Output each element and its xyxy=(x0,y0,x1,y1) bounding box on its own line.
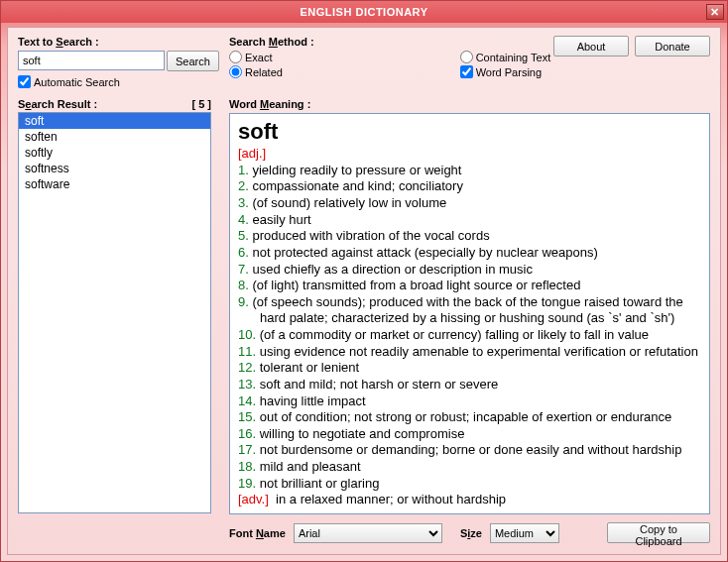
definition: 2. compassionate and kind; conciliatory xyxy=(238,178,701,195)
radio-exact[interactable]: Exact xyxy=(229,51,442,63)
definition: 9. (of speech sounds); produced with the… xyxy=(238,294,701,327)
list-item[interactable]: soften xyxy=(19,129,210,145)
definition: 6. not protected against attack (especia… xyxy=(238,245,701,262)
font-name-select[interactable]: Arial xyxy=(294,523,442,543)
headword: soft xyxy=(238,118,701,146)
definition: 3. (of sound) relatively low in volume xyxy=(238,195,701,212)
definition: 17. not burdensome or demanding; borne o… xyxy=(238,442,701,459)
search-input[interactable] xyxy=(18,51,165,70)
results-count: [ 5 ] xyxy=(191,98,211,110)
definition: 8. (of light) transmitted from a broad l… xyxy=(238,278,701,294)
definition: 14. having little impact xyxy=(238,393,701,410)
meaning-box[interactable]: soft[adj.]1. yielding readily to pressur… xyxy=(229,113,710,514)
definition: 15. out of condition; not strong or robu… xyxy=(238,409,701,426)
part-of-speech: [adj.] xyxy=(238,146,701,163)
definition: 13. soft and mild; not harsh or stern or… xyxy=(238,377,701,393)
meaning-panel: Word Meaning : soft[adj.]1. yielding rea… xyxy=(229,98,710,546)
about-button[interactable]: About xyxy=(553,36,629,56)
copy-clipboard-button[interactable]: Copy to Clipboard xyxy=(607,522,710,543)
auto-search-checkbox[interactable] xyxy=(18,75,31,88)
close-button[interactable]: ✕ xyxy=(706,4,724,20)
size-select[interactable]: Medium xyxy=(490,523,559,543)
list-item[interactable]: software xyxy=(19,176,210,192)
donate-button[interactable]: Donate xyxy=(635,36,710,56)
definition: 5. produced with vibration of the vocal … xyxy=(238,228,701,245)
radio-related[interactable]: Related xyxy=(229,65,442,78)
definition: 7. used chiefly as a direction or descri… xyxy=(238,262,701,279)
titlebar[interactable]: ENGLISH DICTIONARY ✕ xyxy=(1,1,727,23)
check-parsing-input[interactable] xyxy=(460,65,473,78)
footer-row: Font Name Arial Size Medium Copy to Clip… xyxy=(229,522,710,543)
auto-search-label: Automatic Search xyxy=(34,76,120,88)
size-label: Size xyxy=(460,527,482,539)
close-icon: ✕ xyxy=(710,6,720,18)
result-list[interactable]: softsoftensoftlysoftnesssoftware xyxy=(18,112,211,513)
radio-related-input[interactable] xyxy=(229,65,242,78)
font-name-label: Font Name xyxy=(229,527,286,539)
definition: 11. using evidence not readily amenable … xyxy=(238,344,701,361)
definition: [adv.] in a relaxed manner; or without h… xyxy=(238,492,701,508)
content-area: Text to Search : Search Automatic Search… xyxy=(7,27,721,555)
search-label: Text to Search : xyxy=(18,36,211,48)
main-row: Search Result : [ 5 ] softsoftensoftlyso… xyxy=(18,98,710,546)
list-item[interactable]: softness xyxy=(19,161,210,176)
method-panel: Search Method : Exact Containing Text Re… xyxy=(229,36,710,88)
results-label: Search Result : xyxy=(18,98,97,110)
definition: 1. yielding readily to pressure or weigh… xyxy=(238,163,701,179)
search-button[interactable]: Search xyxy=(167,51,219,71)
definition: 10. (of a commodity or market or currenc… xyxy=(238,327,701,344)
search-panel: Text to Search : Search Automatic Search xyxy=(18,36,211,88)
definition: 4. easily hurt xyxy=(238,212,701,229)
list-item[interactable]: soft xyxy=(19,113,210,129)
definition: 19. not brilliant or glaring xyxy=(238,476,701,493)
definition: 12. tolerant or lenient xyxy=(238,360,701,377)
top-row: Text to Search : Search Automatic Search… xyxy=(18,36,710,88)
radio-exact-input[interactable] xyxy=(229,51,242,63)
definition: 16. willing to negotiate and compromise xyxy=(238,426,701,443)
app-window: ENGLISH DICTIONARY ✕ Text to Search : Se… xyxy=(0,0,728,562)
window-title: ENGLISH DICTIONARY xyxy=(301,6,428,18)
meaning-label: Word Meaning : xyxy=(229,98,710,110)
results-panel: Search Result : [ 5 ] softsoftensoftlyso… xyxy=(18,98,211,546)
list-item[interactable]: softly xyxy=(19,145,210,161)
definition: 18. mild and pleasant xyxy=(238,459,701,476)
radio-containing-input[interactable] xyxy=(460,51,473,63)
check-parsing[interactable]: Word Parsing xyxy=(460,65,710,78)
